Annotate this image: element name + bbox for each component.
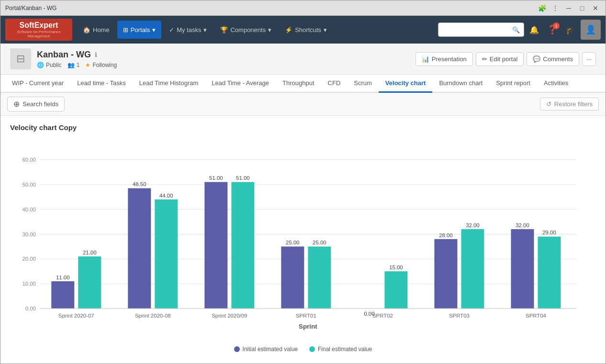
svg-rect-21 xyxy=(155,199,178,309)
svg-rect-31 xyxy=(308,246,331,309)
tab-sprint-report[interactable]: Sprint report xyxy=(489,75,537,93)
ellipsis-icon: ··· xyxy=(586,55,592,63)
search-box[interactable]: 🔍 xyxy=(438,22,524,37)
tab-cfd[interactable]: CFD xyxy=(321,75,348,93)
tab-throughput[interactable]: Throughput xyxy=(276,75,321,93)
toolbar: ⊕ Search fields ↺ Restore filters xyxy=(0,93,606,116)
search-fields-button[interactable]: ⊕ Search fields xyxy=(7,97,65,111)
kanban-icon: ⊟ xyxy=(10,48,31,69)
home-icon: 🏠 xyxy=(83,26,90,33)
legend-initial: Initial estimated value xyxy=(234,346,298,353)
more-icon[interactable]: ⋮ xyxy=(550,3,561,13)
title-row: Kanban - WG ℹ xyxy=(37,50,415,60)
following-label: Following xyxy=(92,62,117,68)
tab-lead-time-histogram[interactable]: Lead Time Histogram xyxy=(133,75,205,93)
visibility-label: Public xyxy=(46,62,62,68)
graduation-button[interactable]: 🎓 xyxy=(562,22,579,38)
info-icon[interactable]: ℹ xyxy=(95,51,97,58)
check-icon: ✓ xyxy=(169,26,174,33)
tab-lead-time---tasks[interactable]: Lead time - Tasks xyxy=(70,75,133,93)
presentation-icon: 📊 xyxy=(422,55,429,63)
search-input[interactable] xyxy=(442,26,512,33)
portals-label: Portals xyxy=(131,26,150,33)
shortcuts-button[interactable]: ⚡ Shortcuts ▾ xyxy=(279,21,333,39)
tab-burndown-chart[interactable]: Burndown chart xyxy=(432,75,489,93)
mytasks-button[interactable]: ✓ My tasks ▾ xyxy=(163,21,213,39)
tab-activities[interactable]: Activities xyxy=(537,75,575,93)
svg-rect-44 xyxy=(511,229,534,309)
svg-text:SPRT01: SPRT01 xyxy=(296,313,316,319)
lightning-icon: ⚡ xyxy=(285,26,292,33)
restore-label: Restore filters xyxy=(554,100,593,108)
svg-text:29.00: 29.00 xyxy=(542,230,556,235)
home-label: Home xyxy=(93,26,110,33)
tab-lead-time---average[interactable]: Lead Time - Average xyxy=(205,75,276,93)
svg-rect-26 xyxy=(231,182,254,309)
shortcuts-label: Shortcuts xyxy=(295,26,321,33)
comments-button[interactable]: 💬 Comments xyxy=(527,52,579,66)
chart-area: Velocity chart Copy 0.0010.0020.0030.004… xyxy=(0,116,606,364)
page-title-area: Kanban - WG ℹ 🌐 Public 👥 1 ★ Following xyxy=(37,50,415,68)
help-button[interactable]: ❓ 1 xyxy=(544,22,561,38)
svg-text:32.00: 32.00 xyxy=(466,222,480,228)
following-meta[interactable]: ★ Following xyxy=(85,62,117,68)
home-button[interactable]: 🏠 Home xyxy=(77,21,115,39)
final-dot xyxy=(309,346,315,352)
components-label: Components xyxy=(230,26,266,33)
shortcuts-chevron: ▾ xyxy=(324,26,327,33)
puzzle-icon[interactable]: 🧩 xyxy=(537,3,547,13)
maximize-button[interactable]: □ xyxy=(577,3,587,13)
window: Portal/Kanban - WG 🧩 ⋮ ─ □ ✕ SoftExpert … xyxy=(0,0,606,364)
components-chevron: ▾ xyxy=(268,26,271,33)
notifications-button[interactable]: 🔔 xyxy=(526,22,542,38)
svg-rect-19 xyxy=(128,188,151,309)
svg-text:SPRT03: SPRT03 xyxy=(449,313,470,319)
svg-rect-16 xyxy=(78,256,101,309)
chart-container: 0.0010.0020.0030.0040.0050.0060.0011.002… xyxy=(10,141,596,342)
members-icon: 👥 xyxy=(67,62,75,68)
edit-icon: ✏ xyxy=(482,55,487,63)
more-actions-button[interactable]: ··· xyxy=(582,52,596,66)
edit-label: Edit portal xyxy=(490,55,518,63)
legend-initial-label: Initial estimated value xyxy=(243,346,298,353)
svg-text:60.00: 60.00 xyxy=(22,157,36,163)
minimize-button[interactable]: ─ xyxy=(563,3,574,13)
svg-text:15.00: 15.00 xyxy=(389,265,403,270)
logo-brand: SoftExpert xyxy=(20,21,58,30)
chart-legend: Initial estimated value Final estimated … xyxy=(10,346,596,353)
edit-portal-button[interactable]: ✏ Edit portal xyxy=(476,52,524,66)
close-button[interactable]: ✕ xyxy=(590,3,601,13)
tab-velocity-chart[interactable]: Velocity chart xyxy=(379,75,433,93)
plus-circle-icon: ⊕ xyxy=(13,99,20,109)
svg-text:Sprint 2020-07: Sprint 2020-07 xyxy=(58,313,94,319)
svg-text:32.00: 32.00 xyxy=(516,222,529,228)
svg-text:Sprint 2020-08: Sprint 2020-08 xyxy=(135,313,171,319)
svg-rect-29 xyxy=(281,246,304,309)
portals-button[interactable]: ⊞ Portals ▾ xyxy=(117,21,161,39)
presentation-button[interactable]: 📊 Presentation xyxy=(415,52,473,66)
svg-text:51.00: 51.00 xyxy=(209,175,223,181)
svg-rect-36 xyxy=(384,271,407,309)
initial-dot xyxy=(234,346,240,352)
page-header: ⊟ Kanban - WG ℹ 🌐 Public 👥 1 xyxy=(0,44,606,75)
svg-text:Sprint: Sprint xyxy=(299,323,317,330)
visibility-meta: 🌐 Public xyxy=(37,62,62,68)
svg-rect-41 xyxy=(461,229,484,309)
members-meta: 👥 1 xyxy=(67,62,80,68)
restore-icon: ↺ xyxy=(546,100,551,108)
svg-text:28.00: 28.00 xyxy=(439,232,453,238)
search-fields-label: Search fields xyxy=(22,100,58,108)
tab-wip---current-year[interactable]: WIP - Current year xyxy=(5,75,70,93)
user-avatar[interactable]: 👤 xyxy=(581,20,601,40)
tab-scrum[interactable]: Scrum xyxy=(347,75,379,93)
window-controls: 🧩 ⋮ ─ □ ✕ xyxy=(537,3,601,13)
tabs-bar: WIP - Current yearLead time - TasksLead … xyxy=(0,75,606,93)
top-nav: SoftExpert Software for Performance Mana… xyxy=(0,16,606,44)
mytasks-label: My tasks xyxy=(177,26,201,33)
svg-text:10.00: 10.00 xyxy=(22,281,36,287)
restore-filters-button[interactable]: ↺ Restore filters xyxy=(540,98,599,110)
svg-text:40.00: 40.00 xyxy=(22,207,36,212)
components-button[interactable]: 🏆 Components ▾ xyxy=(214,21,277,39)
presentation-label: Presentation xyxy=(432,55,467,63)
title-bar: Portal/Kanban - WG 🧩 ⋮ ─ □ ✕ xyxy=(0,0,606,16)
